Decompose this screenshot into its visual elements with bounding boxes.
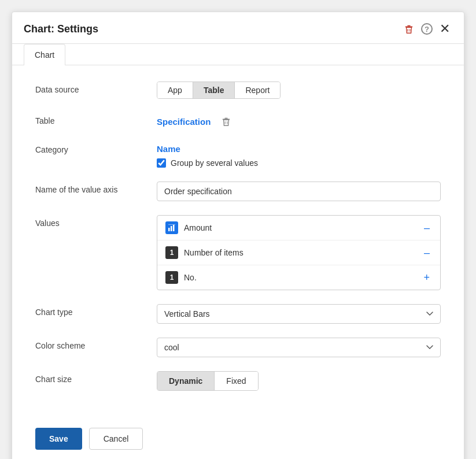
delete-button[interactable] [401,21,416,36]
data-source-report[interactable]: Report [235,82,280,98]
table-control: Specification [157,113,441,128]
chart-type-control: Vertical Bars Horizontal Bars Line Pie D… [157,304,441,324]
table-label: Table [35,113,157,125]
values-control: Amount – 1 Number of items – [157,215,441,290]
svg-rect-10 [173,225,175,231]
remove-numitems-button[interactable]: – [422,247,432,258]
data-source-btngroup: App Table Report [157,82,281,99]
color-scheme-row: Color scheme cool warm pastel dark [35,338,441,357]
data-source-row: Data source App Table Report [35,82,441,99]
svg-rect-1 [407,25,410,27]
data-source-control: App Table Report [157,82,441,99]
svg-rect-11 [168,224,175,225]
category-row: Category Name Group by several values [35,142,441,168]
trash-table-icon [221,116,231,127]
value-item-number-of-items: 1 Number of items – [157,240,440,265]
save-button[interactable]: Save [35,428,82,450]
category-label: Category [35,142,157,154]
dialog-header: Chart: Settings ? ✕ [12,12,464,44]
value-icon-numitems-label: 1 [170,249,174,257]
color-scheme-control: cool warm pastel dark [157,338,441,357]
chart-size-row: Chart size Dynamic Fixed [35,371,441,391]
delete-table-button[interactable] [220,115,233,128]
settings-dialog: Chart: Settings ? ✕ Chart Data source [12,12,464,459]
close-button[interactable]: ✕ [437,21,452,36]
chart-type-select[interactable]: Vertical Bars Horizontal Bars Line Pie D… [157,304,441,324]
form-content: Data source App Table Report Table Speci… [12,65,464,416]
group-by-checkbox[interactable] [157,158,166,168]
table-row: Table Specification [35,113,441,128]
color-scheme-label: Color scheme [35,338,157,350]
value-item-numitems-left: 1 Number of items [165,246,243,259]
data-source-label: Data source [35,82,157,94]
chart-icon [168,224,176,232]
tab-chart[interactable]: Chart [24,44,65,65]
chart-type-label: Chart type [35,304,157,317]
value-axis-control [157,182,441,201]
dialog-title: Chart: Settings [24,23,98,35]
value-item-amount-left: Amount [165,221,212,234]
remove-amount-button[interactable]: – [422,223,432,233]
value-item-amount: Amount – [157,216,440,240]
value-name-amount: Amount [184,223,212,232]
value-item-no: 1 No. + [157,265,440,290]
cancel-button[interactable]: Cancel [89,428,143,450]
chart-size-dynamic[interactable]: Dynamic [157,372,215,390]
chart-size-fixed[interactable]: Fixed [215,372,257,390]
group-by-row: Group by several values [157,158,441,168]
dialog-footer: Save Cancel [12,416,464,459]
header-actions: ? ✕ [401,21,452,36]
values-label: Values [35,215,157,228]
value-icon-amount [165,221,178,234]
table-link[interactable]: Specification [157,117,211,127]
chart-size-btngroup: Dynamic Fixed [157,371,259,391]
add-no-button[interactable]: + [421,272,432,283]
values-box: Amount – 1 Number of items – [157,215,441,290]
value-icon-no: 1 [165,271,178,284]
svg-rect-5 [225,118,228,119]
category-control: Name Group by several values [157,142,441,168]
chart-size-control: Dynamic Fixed [157,371,441,391]
value-axis-label: Name of the value axis [35,182,157,194]
value-item-no-left: 1 No. [165,271,197,284]
value-icon-numitems: 1 [165,246,178,259]
color-scheme-select[interactable]: cool warm pastel dark [157,338,441,357]
data-source-table[interactable]: Table [193,82,235,98]
svg-rect-8 [168,228,170,231]
chart-size-label: Chart size [35,371,157,384]
value-axis-input[interactable] [157,182,441,201]
value-axis-row: Name of the value axis [35,182,441,201]
svg-rect-9 [171,226,172,231]
category-link[interactable]: Name [157,142,441,154]
tabs-bar: Chart [12,44,464,65]
value-name-no: No. [184,273,197,282]
values-row: Values [35,215,441,290]
value-name-numitems: Number of items [184,248,243,257]
help-button[interactable]: ? [421,23,433,35]
group-by-label: Group by several values [171,158,258,168]
table-inline: Specification [157,113,441,128]
chart-type-row: Chart type Vertical Bars Horizontal Bars… [35,304,441,324]
trash-icon [404,24,414,34]
data-source-app[interactable]: App [157,82,193,98]
value-icon-no-label: 1 [170,273,174,282]
